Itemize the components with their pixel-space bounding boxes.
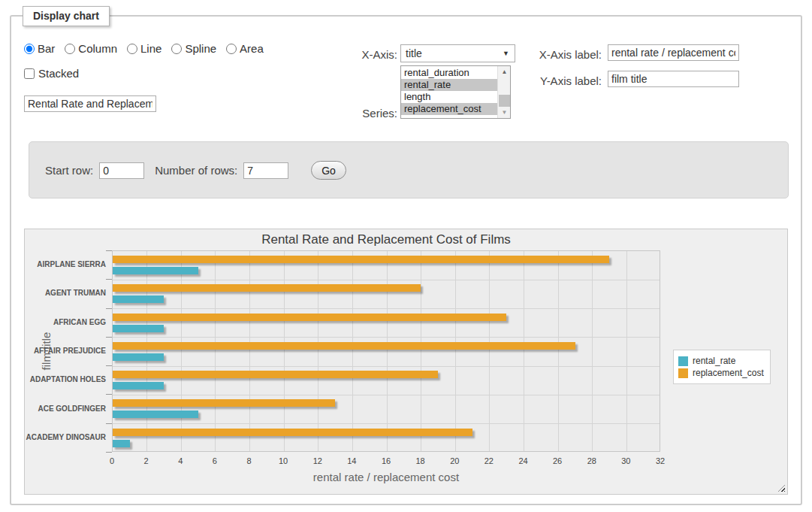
x-tick-label: 6: [204, 456, 226, 465]
category-label: ADAPTATION HOLES: [25, 375, 106, 383]
bar-rental_rate[interactable]: [113, 353, 164, 361]
gridline-horizontal: [113, 395, 660, 395]
y-axis-label-input[interactable]: [608, 71, 739, 87]
bar-replacement_cost[interactable]: [113, 342, 575, 350]
x-tick-label: 18: [409, 456, 432, 465]
x-tick-label: 16: [375, 456, 397, 465]
chevron-down-icon: ▼: [503, 50, 509, 57]
start-row-label: Start row:: [45, 164, 93, 177]
x-axis-select-label: X-Axis:: [336, 48, 397, 61]
chart-container: Rental Rate and Replacement Cost of Film…: [24, 229, 788, 495]
series-option-rental_duration[interactable]: rental_duration: [401, 67, 497, 79]
gridline-vertical: [558, 251, 559, 451]
legend-label: replacement_cost: [693, 368, 764, 378]
gridline-vertical: [489, 251, 490, 451]
x-tick-label: 14: [340, 456, 363, 465]
chart-title-input[interactable]: [24, 95, 156, 112]
y-tick-mark: [106, 365, 112, 366]
gridline-vertical: [626, 251, 627, 451]
chart-type-radio-bar[interactable]: [24, 44, 35, 54]
bar-replacement_cost[interactable]: [113, 314, 506, 321]
stacked-row[interactable]: Stacked: [24, 67, 79, 80]
y-tick-mark: [106, 423, 112, 424]
gridline-vertical: [387, 251, 388, 451]
chart-type-radios: BarColumnLineSplineArea: [24, 42, 273, 55]
x-axis-label-input[interactable]: [608, 44, 739, 61]
bar-rental_rate[interactable]: [113, 440, 130, 447]
stacked-checkbox[interactable]: [24, 68, 35, 79]
number-of-rows-input[interactable]: [243, 162, 288, 179]
y-tick-mark: [106, 394, 112, 395]
y-tick-mark: [106, 250, 112, 251]
series-listbox[interactable]: rental_durationrental_ratelengthreplacem…: [400, 65, 511, 119]
gridline-vertical: [249, 251, 250, 451]
gridline-horizontal: [113, 366, 660, 367]
bar-replacement_cost[interactable]: [113, 399, 335, 407]
chart-legend: rental_ratereplacement_cost: [673, 350, 771, 384]
chart-type-option-bar[interactable]: Bar: [24, 42, 55, 55]
bar-replacement_cost[interactable]: [113, 429, 472, 436]
series-scrollbar[interactable]: ▲ ▼: [497, 66, 510, 118]
chart-type-option-line[interactable]: Line: [127, 42, 161, 55]
bar-replacement_cost[interactable]: [113, 284, 421, 292]
series-option-rental_rate[interactable]: rental_rate: [401, 79, 497, 91]
chart-type-radio-column[interactable]: [65, 44, 75, 54]
series-option-length[interactable]: length: [401, 91, 497, 103]
chart-type-option-column[interactable]: Column: [65, 42, 117, 55]
display-chart-fieldset: Display chart BarColumnLineSplineArea St…: [10, 15, 802, 505]
chart-type-radio-line[interactable]: [127, 44, 137, 54]
gridline-vertical: [592, 251, 593, 451]
gridline-vertical: [215, 251, 216, 451]
scroll-up-icon[interactable]: ▲: [498, 66, 511, 77]
gridline-horizontal: [113, 423, 660, 424]
chart-type-radio-spline[interactable]: [171, 44, 182, 54]
y-tick-mark: [106, 337, 112, 338]
y-tick-mark: [106, 452, 112, 453]
gridline-horizontal: [113, 308, 660, 309]
chart-type-label: Column: [78, 42, 117, 55]
x-axis-label-label: X-Axis label:: [530, 48, 602, 61]
chart-type-label: Bar: [38, 42, 55, 55]
gridline-vertical: [146, 251, 147, 451]
series-label: Series:: [336, 107, 397, 120]
series-option-replacement_cost[interactable]: replacement_cost: [401, 103, 497, 115]
category-label: AGENT TRUMAN: [25, 289, 106, 297]
bar-rental_rate[interactable]: [113, 295, 164, 303]
rows-panel: Start row: Number of rows: Go: [29, 141, 789, 198]
legend-swatch: [678, 356, 688, 366]
start-row-input[interactable]: [99, 162, 144, 179]
bar-rental_rate[interactable]: [113, 267, 198, 274]
category-label: AIRPLANE SIERRA: [25, 260, 106, 268]
gridline-vertical: [181, 251, 182, 451]
y-tick-mark: [106, 279, 112, 280]
chart-type-option-spline[interactable]: Spline: [171, 42, 216, 55]
go-button[interactable]: Go: [311, 161, 346, 180]
chart-type-label: Spline: [185, 42, 216, 55]
gridline-vertical: [421, 251, 421, 451]
bar-replacement_cost[interactable]: [113, 256, 609, 263]
resize-grip-icon[interactable]: [778, 485, 785, 492]
scroll-down-icon[interactable]: ▼: [498, 107, 511, 118]
legend-item-replacement_cost: replacement_cost: [678, 368, 764, 378]
scrollbar-thumb[interactable]: [499, 95, 510, 107]
category-label: AFRICAN EGG: [25, 318, 106, 326]
x-tick-label: 8: [238, 456, 261, 465]
stacked-label: Stacked: [38, 67, 79, 80]
chart-type-label: Area: [240, 42, 264, 55]
x-tick-label: 24: [512, 456, 535, 465]
fieldset-legend-text: Display chart: [33, 10, 99, 22]
bar-rental_rate[interactable]: [113, 411, 198, 418]
legend-item-rental_rate: rental_rate: [678, 356, 764, 366]
gridline-vertical: [284, 251, 285, 451]
chart-type-radio-area[interactable]: [226, 44, 237, 54]
x-tick-label: 26: [546, 456, 569, 465]
x-axis-selected-value: title: [406, 47, 422, 59]
category-label: ACE GOLDFINGER: [25, 404, 106, 413]
bar-replacement_cost[interactable]: [113, 371, 438, 378]
x-tick-label: 20: [443, 456, 466, 465]
x-axis-select[interactable]: title ▼: [400, 44, 515, 62]
bar-rental_rate[interactable]: [113, 325, 164, 332]
legend-label: rental_rate: [693, 356, 735, 366]
chart-type-option-area[interactable]: Area: [226, 42, 264, 55]
bar-rental_rate[interactable]: [113, 382, 164, 389]
